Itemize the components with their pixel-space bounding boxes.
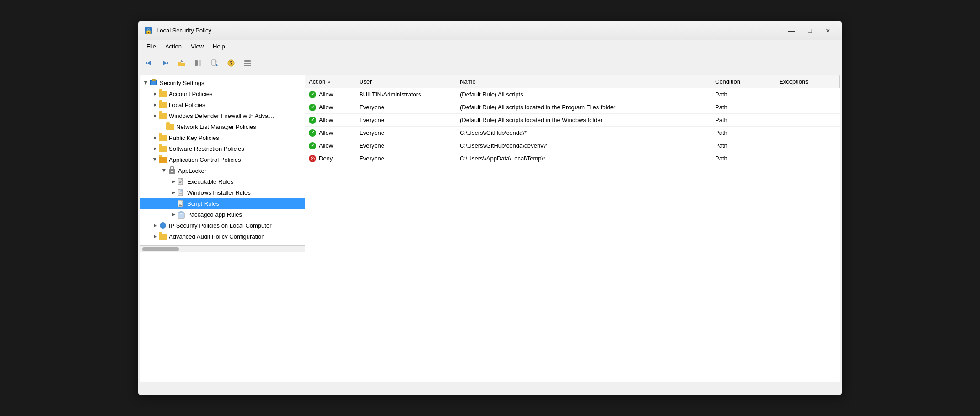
- svg-text:🔒: 🔒: [145, 27, 152, 34]
- export-button[interactable]: [207, 56, 222, 70]
- menu-bar: File Action View Help: [138, 40, 842, 53]
- sidebar-item-app-control[interactable]: ▶ Application Control Policies: [140, 154, 305, 165]
- col-name-label: Name: [460, 78, 476, 85]
- cell-action: Allow: [305, 91, 355, 98]
- window-controls: — □ ✕: [783, 24, 836, 37]
- svg-rect-24: [171, 171, 173, 172]
- sidebar-scrollbar[interactable]: [140, 245, 305, 252]
- sidebar-item-software-restriction[interactable]: ▶ Software Restriction Policies: [140, 143, 305, 154]
- cell-condition: Path: [711, 91, 775, 98]
- cell-user: Everyone: [355, 142, 456, 149]
- col-header-user[interactable]: User: [355, 75, 456, 88]
- action-label: Allow: [319, 142, 333, 149]
- table-row[interactable]: Allow Everyone C:\Users\\GitHub\conda\de…: [305, 139, 840, 152]
- sort-arrow-action: ▲: [327, 80, 331, 84]
- expand-arrow-appcontrol: ▶: [151, 156, 159, 163]
- minimize-button[interactable]: —: [783, 24, 800, 37]
- menu-view[interactable]: View: [186, 41, 208, 52]
- cell-user: Everyone: [355, 129, 456, 136]
- sidebar-item-packaged-rules[interactable]: ▶ Packaged app Rules: [140, 209, 305, 220]
- folder-icon-pubkey: [159, 133, 167, 142]
- show-hide-button[interactable]: [190, 56, 206, 70]
- cell-action: Allow: [305, 142, 355, 149]
- main-window: 🔒 Local Security Policy — □ ✕ File Actio…: [138, 21, 842, 395]
- allow-icon: [309, 142, 316, 149]
- menu-action[interactable]: Action: [161, 41, 186, 52]
- sidebar-item-network-list[interactable]: ▶ Network List Manager Policies: [140, 121, 305, 132]
- col-header-name[interactable]: Name: [456, 75, 711, 88]
- ip-security-label: IP Security Policies on Local Computer: [169, 222, 271, 229]
- svg-rect-28: [179, 182, 181, 183]
- forward-button[interactable]: [157, 56, 173, 70]
- action-label: Allow: [319, 91, 333, 98]
- sidebar-item-public-key[interactable]: ▶ Public Key Policies: [140, 132, 305, 143]
- col-header-exceptions[interactable]: Exceptions: [775, 75, 840, 88]
- sidebar-item-windows-defender[interactable]: ▶ Windows Defender Firewall with Adva…: [140, 110, 305, 121]
- exec-icon: [177, 177, 185, 186]
- sidebar-item-audit-policy[interactable]: ▶ Advanced Audit Policy Configuration: [140, 231, 305, 242]
- cell-condition: Path: [711, 117, 775, 123]
- sidebar-item-account-policies[interactable]: ▶ Account Policies: [140, 88, 305, 99]
- table-row[interactable]: Deny Everyone C:\Users\\AppData\Local\Te…: [305, 152, 840, 165]
- audit-policy-label: Advanced Audit Policy Configuration: [169, 233, 265, 240]
- sidebar-item-applocker[interactable]: ▶ AppLocker: [140, 165, 305, 176]
- menu-help[interactable]: Help: [208, 41, 230, 52]
- svg-marker-39: [178, 211, 184, 213]
- sidebar-item-root[interactable]: ▶ Security Settings: [140, 77, 305, 88]
- script-rules-label: Script Rules: [187, 200, 219, 207]
- cell-action: Deny: [305, 155, 355, 162]
- folder-icon-software: [159, 144, 167, 153]
- expand-arrow-root: ▶: [142, 79, 150, 86]
- help-button[interactable]: ?: [223, 56, 239, 70]
- sidebar-item-ip-security[interactable]: ▶ IP Security Policies on Local Computer: [140, 220, 305, 231]
- table-row[interactable]: Allow BUILTIN\Administrators (Default Ru…: [305, 88, 840, 101]
- close-button[interactable]: ✕: [820, 24, 836, 37]
- local-policies-label: Local Policies: [169, 101, 205, 108]
- cell-name: (Default Rule) All scripts located in th…: [456, 117, 711, 123]
- svg-rect-5: [167, 62, 168, 64]
- col-header-action[interactable]: Action ▲: [305, 75, 355, 88]
- cell-condition: Path: [711, 104, 775, 111]
- svg-rect-37: [179, 205, 182, 206]
- menu-file[interactable]: File: [142, 41, 161, 52]
- sidebar-item-executable-rules[interactable]: ▶ Executable Rules: [140, 176, 305, 187]
- sidebar-item-windows-installer[interactable]: ▶ Windows Installer Rules: [140, 187, 305, 198]
- folder-up-button[interactable]: [174, 56, 189, 70]
- col-condition-label: Condition: [715, 78, 740, 85]
- status-bar: [138, 384, 842, 395]
- expand-arrow-pubkey: ▶: [151, 134, 159, 141]
- expand-arrow-account: ▶: [151, 90, 159, 97]
- applocker-label: AppLocker: [178, 167, 206, 174]
- windows-defender-label: Windows Defender Firewall with Adva…: [169, 112, 274, 119]
- cell-user: Everyone: [355, 155, 456, 162]
- table-row[interactable]: Allow Everyone (Default Rule) All script…: [305, 101, 840, 114]
- cell-user: Everyone: [355, 117, 456, 123]
- cell-condition: Path: [711, 142, 775, 149]
- svg-rect-40: [180, 213, 183, 214]
- svg-rect-44: [160, 225, 166, 226]
- installer-icon: [177, 188, 185, 197]
- svg-text:?: ?: [229, 60, 232, 67]
- svg-rect-21: [151, 81, 156, 85]
- expand-arrow-local: ▶: [151, 101, 159, 108]
- packaged-icon: [177, 210, 185, 219]
- back-button[interactable]: [141, 56, 156, 70]
- folder-icon-defender: [159, 112, 167, 120]
- svg-rect-18: [244, 63, 251, 64]
- table-row[interactable]: Allow Everyone (Default Rule) All script…: [305, 114, 840, 127]
- sidebar-item-local-policies[interactable]: ▶ Local Policies: [140, 99, 305, 110]
- action-label: Deny: [319, 155, 333, 162]
- maximize-button[interactable]: □: [802, 24, 818, 37]
- folder-icon-account: [159, 90, 167, 98]
- folder-icon-appcontrol: [159, 155, 167, 164]
- col-header-condition[interactable]: Condition: [711, 75, 775, 88]
- col-exceptions-label: Exceptions: [779, 78, 808, 85]
- folder-icon-network: [166, 123, 174, 131]
- col-action-label: Action: [309, 78, 325, 85]
- account-policies-label: Account Policies: [169, 91, 212, 97]
- sidebar-scrollbar-thumb[interactable]: [142, 247, 179, 251]
- view-list-button[interactable]: [240, 56, 255, 70]
- sidebar-item-script-rules[interactable]: ▶ Script Rules: [140, 198, 305, 209]
- table-row[interactable]: Allow Everyone C:\Users\\GitHub\conda\* …: [305, 127, 840, 139]
- col-user-label: User: [359, 78, 372, 85]
